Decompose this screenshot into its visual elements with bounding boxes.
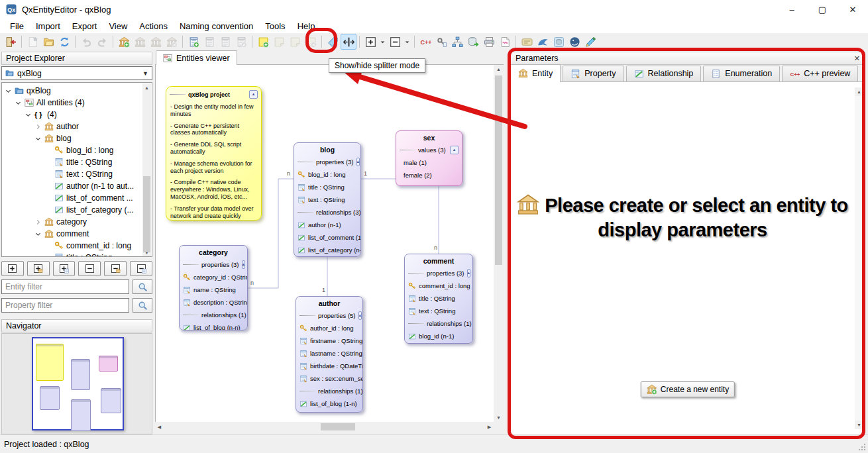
- toolbar-add-property[interactable]: [186, 34, 201, 50]
- expand-properties-button[interactable]: [53, 261, 76, 276]
- toolbar-exit[interactable]: [3, 34, 19, 50]
- tree-item-author-n-1-to-aut[interactable]: author (n-1 to aut...: [2, 180, 152, 192]
- scroll-up-icon[interactable]: ▲: [855, 87, 863, 96]
- collapse-properties-button[interactable]: [130, 261, 152, 276]
- collapse-entities-button[interactable]: [104, 261, 127, 276]
- toolbar-postgresql[interactable]: [567, 34, 582, 50]
- entity-member-list-of-blog-1-n[interactable]: list_of_blog (1-n): [299, 397, 359, 410]
- entity-member-firstname-qstring[interactable]: firstname : QString: [299, 334, 359, 347]
- entity-member-title-qstring[interactable]: title : QString: [298, 181, 357, 193]
- menu-view[interactable]: View: [103, 20, 133, 32]
- tab-property[interactable]: Property: [563, 66, 624, 81]
- tree-scrollbar-thumb[interactable]: [143, 176, 150, 252]
- tree-expander-open[interactable]: [15, 99, 22, 107]
- tree-item-list-of-category[interactable]: list_of_category (...: [2, 204, 152, 216]
- entity-box-blog[interactable]: blogproperties (3)▴blog_id : longtitle :…: [294, 142, 361, 257]
- toolbar-zoom-in[interactable]: [362, 34, 378, 50]
- entity-member-unknown-3[interactable]: unknown (3): [400, 181, 459, 186]
- menu-naming-convention[interactable]: Naming convention: [174, 20, 259, 32]
- entity-member-blog-id-n-1[interactable]: blog_id (n-1): [408, 330, 469, 342]
- toolbar-database-export[interactable]: [465, 34, 481, 50]
- scroll-up-icon[interactable]: ▲: [142, 83, 151, 92]
- tree-expander-open[interactable]: [34, 230, 42, 238]
- resize-grip-icon[interactable]: [858, 443, 866, 451]
- toolbar-network-export[interactable]: [449, 34, 465, 50]
- tree-item-title-qstring[interactable]: title : QString: [2, 252, 152, 257]
- canvas-horizontal-scrollbar[interactable]: ◀ ▶: [155, 422, 494, 432]
- toolbar-zoom-out[interactable]: [387, 34, 403, 50]
- entity-member-author-n-1[interactable]: author (n-1): [298, 219, 357, 231]
- minimize-button[interactable]: –: [777, 0, 807, 19]
- canvas-hscroll-thumb[interactable]: [321, 423, 355, 430]
- entity-member-male-1[interactable]: male (1): [400, 156, 459, 169]
- entity-member-comment-id-long[interactable]: comment_id : long: [408, 279, 469, 292]
- expand-all-button[interactable]: [1, 261, 24, 276]
- menu-actions[interactable]: Actions: [133, 20, 174, 32]
- property-filter-search-button[interactable]: [133, 298, 152, 313]
- toolbar-edit-note[interactable]: [271, 34, 287, 50]
- tree-item-blog-id-long[interactable]: blog_id : long: [2, 144, 152, 156]
- entity-box-category[interactable]: categoryproperties (3)▴category_id : QSt…: [179, 245, 248, 330]
- parameters-close-icon[interactable]: ✕: [854, 54, 860, 63]
- project-tree[interactable]: qxBlogAll entities (4){ }(4)authorblogbl…: [1, 82, 152, 257]
- toolbar-delete-property[interactable]: [233, 34, 249, 50]
- close-button[interactable]: ✕: [838, 0, 868, 19]
- tree-scrollbar[interactable]: ▲ ▼: [142, 83, 151, 257]
- toolbar-new-project[interactable]: [25, 34, 40, 50]
- toolbar-edit-entity[interactable]: [132, 34, 148, 50]
- entity-member-author-id-long[interactable]: author_id : long: [299, 322, 359, 334]
- expand-entities-button[interactable]: [27, 261, 50, 276]
- diagram-canvas[interactable]: qxBlog project▴- Design the entity model…: [155, 65, 494, 422]
- entity-member-category-id-qstring[interactable]: category_id : QString: [183, 271, 244, 283]
- menu-tools[interactable]: Tools: [259, 20, 291, 32]
- entity-member-list-of-comment-1-n[interactable]: list_of_comment (1-n): [298, 231, 357, 244]
- tree-item-author[interactable]: author: [2, 121, 152, 132]
- entity-box-comment[interactable]: commentproperties (3)▴comment_id : longt…: [404, 254, 473, 344]
- tab-relationship[interactable]: Relationship: [626, 66, 702, 81]
- toolbar-duplicate-note[interactable]: [287, 34, 303, 50]
- tree-item-qxblog[interactable]: qxBlog: [2, 85, 152, 97]
- maximize-button[interactable]: ▢: [807, 0, 838, 19]
- toolbar-mysql[interactable]: [535, 34, 551, 50]
- tab-entity[interactable]: Entity: [510, 64, 561, 82]
- tab-c-preview[interactable]: C++C++ preview: [782, 66, 858, 81]
- scroll-down-icon[interactable]: ▼: [855, 421, 863, 429]
- entity-member-description-qstring[interactable]: description : QString: [183, 296, 244, 309]
- toolbar-add-entity[interactable]: [116, 34, 132, 50]
- toolbar-open-project[interactable]: [40, 34, 56, 50]
- entity-member-birthdate-qdatetime[interactable]: birthdate : QDateTime: [299, 360, 359, 372]
- tree-item-all-entities-4[interactable]: All entities (4): [2, 97, 152, 109]
- entity-member-female-2[interactable]: female (2): [400, 169, 459, 181]
- toolbar-zoom-in-menu[interactable]: [378, 34, 387, 50]
- toolbar-sqlite[interactable]: [551, 34, 567, 50]
- tree-item-comment[interactable]: comment: [2, 228, 152, 240]
- toolbar-duplicate-property[interactable]: [217, 34, 233, 50]
- canvas-vscroll-thumb[interactable]: [495, 76, 502, 265]
- tree-expander-closed[interactable]: [34, 123, 42, 130]
- toolbar-license[interactable]: [519, 34, 535, 50]
- scroll-up-icon[interactable]: ▲: [494, 65, 504, 74]
- canvas-vertical-scrollbar[interactable]: ▲ ▼: [494, 65, 504, 422]
- tab-enumeration[interactable]: Enumeration: [703, 66, 780, 81]
- toolbar-redo[interactable]: [94, 34, 110, 50]
- note-qxblog-project[interactable]: qxBlog project▴- Design the entity model…: [166, 86, 262, 221]
- tree-expander-open[interactable]: [25, 111, 32, 119]
- collapse-button[interactable]: ▴: [358, 311, 362, 320]
- toolbar-duplicate-entity[interactable]: [148, 34, 164, 50]
- scroll-down-icon[interactable]: ▼: [494, 413, 504, 422]
- scroll-right-icon[interactable]: ▶: [485, 423, 494, 431]
- collapse-button[interactable]: ▴: [467, 269, 471, 277]
- toolbar-cpp-export[interactable]: C++: [417, 34, 433, 50]
- collapse-button[interactable]: ▴: [242, 260, 246, 269]
- entity-member-text-qstring[interactable]: text : QString: [298, 193, 357, 206]
- toolbar-script-export[interactable]: [497, 34, 513, 50]
- collapse-button[interactable]: ▴: [249, 90, 258, 99]
- tree-item-4[interactable]: { }(4): [2, 109, 152, 121]
- menu-file[interactable]: File: [4, 20, 30, 32]
- create-new-entity-button[interactable]: Create a new entity: [641, 381, 735, 397]
- tree-item-blog[interactable]: blog: [2, 132, 152, 144]
- navigator-viewport[interactable]: [32, 337, 124, 430]
- toolbar-delete-note[interactable]: [303, 34, 319, 50]
- toolbar-print[interactable]: [481, 34, 497, 50]
- tree-item-comment-id-long[interactable]: comment_id : long: [2, 240, 152, 252]
